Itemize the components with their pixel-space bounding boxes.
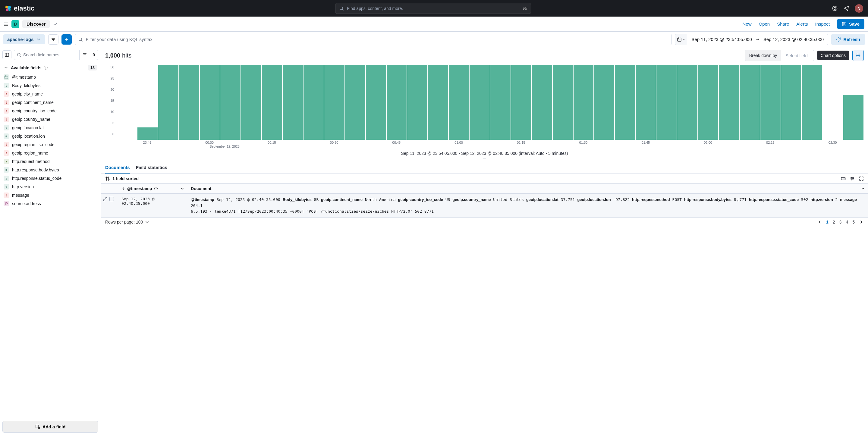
elastic-logo-icon xyxy=(5,5,11,12)
svg-rect-11 xyxy=(5,76,8,79)
nav-alerts[interactable]: Alerts xyxy=(796,22,808,27)
save-button[interactable]: Save xyxy=(837,19,864,29)
kql-input[interactable]: Filter your data using KQL syntax xyxy=(75,34,672,45)
chart-options-button[interactable] xyxy=(852,50,864,61)
refresh-button[interactable]: Refresh xyxy=(831,34,865,45)
svg-point-17 xyxy=(851,179,852,180)
tab-field-statistics[interactable]: Field statistics xyxy=(136,162,167,173)
nav-inspect[interactable]: Inspect xyxy=(815,22,830,27)
filter-toggle-button[interactable] xyxy=(48,34,59,44)
page-5[interactable]: 5 xyxy=(852,220,855,225)
calendar-icon xyxy=(677,37,682,42)
svg-point-6 xyxy=(834,7,836,9)
table-header: @timestamp Document xyxy=(101,183,868,194)
help-icon[interactable] xyxy=(832,5,838,11)
chevron-down-icon xyxy=(4,65,8,70)
field-item[interactable]: #http.version xyxy=(0,182,101,191)
nav-open[interactable]: Open xyxy=(759,22,770,27)
discover-content: 1,000 hits Break down by Select field Ch… xyxy=(101,47,868,435)
field-item[interactable]: tgeoip.country_iso_code xyxy=(0,107,101,115)
index-pattern-selector[interactable]: apache-logs xyxy=(3,34,45,44)
breakdown-selector: Break down by Select field xyxy=(745,50,814,61)
field-filter-button[interactable] xyxy=(79,50,90,60)
table-row: Sep 12, 2023 @ 02:40:35.000 @timestamp S… xyxy=(101,194,868,218)
chart-options-tooltip: Chart options xyxy=(817,51,849,60)
field-item[interactable]: tgeoip.continent_name xyxy=(0,98,101,107)
page-4[interactable]: 4 xyxy=(846,220,848,225)
page-2[interactable]: 2 xyxy=(833,220,835,225)
field-item[interactable]: IPsource.address xyxy=(0,199,101,208)
available-fields-header[interactable]: Available fields i 18 xyxy=(0,62,101,73)
fullscreen-icon[interactable] xyxy=(859,176,864,181)
field-item[interactable]: tgeoip.region_name xyxy=(0,149,101,157)
page-next[interactable] xyxy=(859,220,864,225)
page-prev[interactable] xyxy=(817,220,822,225)
chevron-down-icon[interactable] xyxy=(180,186,185,191)
page-3[interactable]: 3 xyxy=(839,220,842,225)
field-item[interactable]: tgeoip.country_name xyxy=(0,115,101,124)
field-item[interactable]: tgeoip.region_iso_code xyxy=(0,140,101,149)
filter-icon xyxy=(51,37,56,42)
field-item[interactable]: #geoip.location.lon xyxy=(0,132,101,140)
display-options-icon[interactable] xyxy=(850,176,855,181)
calendar-button[interactable] xyxy=(675,34,687,45)
user-avatar[interactable]: N xyxy=(855,4,863,13)
table-footer: Rows per page: 100 12345 xyxy=(101,218,868,226)
breadcrumb-discover[interactable]: Discover xyxy=(22,20,50,28)
expand-icon[interactable] xyxy=(103,197,107,202)
column-document[interactable]: Document xyxy=(188,184,858,193)
refresh-icon xyxy=(836,37,841,42)
info-icon[interactable]: i xyxy=(44,66,48,70)
field-item[interactable]: #http.response.body.bytes xyxy=(0,166,101,174)
date-range-picker[interactable]: Sep 11, 2023 @ 23:54:05.000 Sep 12, 2023… xyxy=(675,34,828,45)
sort-label[interactable]: 1 field sorted xyxy=(113,176,138,181)
clock-icon xyxy=(154,186,158,191)
column-timestamp[interactable]: @timestamp xyxy=(119,184,188,193)
add-index-icon xyxy=(35,425,40,429)
rows-per-page[interactable]: Rows per page: 100 xyxy=(105,220,150,225)
add-filter-button[interactable] xyxy=(61,34,72,44)
histogram-chart[interactable]: 302520151050 23:4500:00September 12, 202… xyxy=(101,64,868,162)
chart-x-axis: 23:4500:00September 12, 202300:1500:3000… xyxy=(116,140,864,149)
field-item[interactable]: khttp.request.method xyxy=(0,157,101,166)
field-search-input[interactable]: Search field names xyxy=(14,53,79,57)
column-actions[interactable] xyxy=(858,184,868,193)
field-item[interactable]: tmessage xyxy=(0,191,101,199)
global-search[interactable]: Find apps, content, and more. ⌘/ xyxy=(335,3,531,14)
brand-name: elastic xyxy=(14,4,35,12)
field-item[interactable]: tgeoip.city_name xyxy=(0,90,101,98)
field-item[interactable]: #Body_kilobytes xyxy=(0,81,101,90)
breakdown-field-input[interactable]: Select field xyxy=(781,53,813,58)
global-search-placeholder: Find apps, content, and more. xyxy=(347,6,520,11)
check-icon[interactable] xyxy=(53,22,58,27)
menu-icon[interactable] xyxy=(4,22,8,27)
nav-share[interactable]: Share xyxy=(777,22,789,27)
field-item[interactable]: #geoip.location.lat xyxy=(0,124,101,132)
tab-documents[interactable]: Documents xyxy=(105,162,130,173)
sort-icon[interactable] xyxy=(105,176,110,181)
svg-point-1 xyxy=(7,5,11,9)
keyboard-icon[interactable] xyxy=(841,176,846,181)
resize-handle[interactable]: ═ xyxy=(105,158,864,159)
gear-icon xyxy=(856,53,861,58)
newsfeed-icon[interactable] xyxy=(843,5,849,11)
svg-rect-14 xyxy=(841,177,845,180)
field-item[interactable]: @timestamp xyxy=(0,73,101,81)
nav-new[interactable]: New xyxy=(742,22,751,27)
sidebar-collapse-button[interactable] xyxy=(2,50,11,59)
available-fields-count: 18 xyxy=(88,65,97,70)
pagination: 12345 xyxy=(817,220,864,225)
search-icon xyxy=(339,6,344,11)
brand-logo[interactable]: elastic xyxy=(5,4,35,12)
field-item[interactable]: #http.response.status_code xyxy=(0,174,101,182)
row-document: @timestamp Sep 12, 2023 @ 02:40:35.000 B… xyxy=(188,194,868,218)
date-range-text[interactable]: Sep 11, 2023 @ 23:54:05.000 Sep 12, 2023… xyxy=(687,37,828,42)
field-list: @timestamp#Body_kilobytestgeoip.city_nam… xyxy=(0,73,101,419)
add-field-button[interactable]: Add a field xyxy=(2,421,98,433)
breakdown-label: Break down by xyxy=(745,50,781,61)
row-checkbox[interactable] xyxy=(110,197,114,201)
field-filter-count: 0 xyxy=(90,53,98,57)
chevron-down-icon xyxy=(861,186,865,191)
svg-point-13 xyxy=(858,55,859,56)
page-1[interactable]: 1 xyxy=(826,220,829,225)
